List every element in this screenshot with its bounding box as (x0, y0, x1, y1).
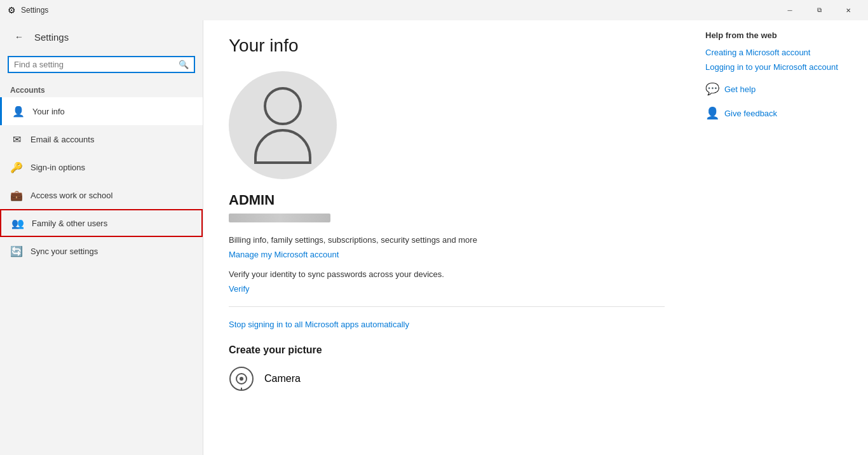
avatar-body (254, 129, 311, 164)
sidebar-item-email-accounts[interactable]: ✉Email & accounts (0, 125, 203, 153)
nav-icon-sign-in: 🔑 (10, 161, 23, 173)
content-side: Help from the web Creating a Microsoft a… (690, 20, 868, 455)
sidebar-item-work-school[interactable]: 💼Access work or school (0, 181, 203, 209)
manage-account-link[interactable]: Manage my Microsoft account (229, 250, 665, 259)
user-info: ADMIN (229, 192, 665, 222)
nav-label-family: Family & other users (32, 219, 107, 228)
email-blur (229, 214, 330, 222)
get-help-link[interactable]: Get help (724, 85, 756, 94)
camera-icon (229, 367, 254, 391)
sidebar-item-family[interactable]: 👥Family & other users (0, 209, 203, 237)
sidebar-title: Settings (34, 32, 69, 43)
nav-icon-family: 👥 (11, 217, 24, 229)
page-title: Your info (229, 36, 665, 56)
minimize-button[interactable]: ─ (775, 0, 804, 20)
sidebar-item-sign-in[interactable]: 🔑Sign-in options (0, 153, 203, 181)
logging-in-link[interactable]: Logging in to your Microsoft account (705, 62, 853, 72)
get-help-icon: 💬 (705, 82, 719, 96)
get-help-action: 💬 Get help (705, 82, 853, 96)
nav-icon-work-school: 💼 (10, 189, 23, 201)
avatar-section (229, 71, 665, 179)
search-icon: 🔍 (179, 60, 189, 69)
app-icon: ⚙ (8, 5, 16, 15)
creating-account-link[interactable]: Creating a Microsoft account (705, 48, 853, 57)
back-button[interactable]: ← (10, 28, 28, 46)
nav-label-work-school: Access work or school (31, 191, 112, 200)
content-main: Your info ADMIN Billing info, family set… (203, 20, 690, 455)
username: ADMIN (229, 192, 665, 208)
svg-point-2 (240, 377, 243, 381)
nav-label-email-accounts: Email & accounts (31, 135, 94, 144)
nav-icon-email-accounts: ✉ (10, 133, 23, 146)
camera-icon-wrap (229, 366, 254, 391)
accounts-section-label: Accounts (0, 81, 203, 97)
search-input[interactable] (14, 60, 179, 69)
title-bar: ⚙ Settings ─ ⧉ ✕ (0, 0, 868, 20)
nav-icon-sync: 🔄 (10, 245, 23, 257)
sidebar-item-sync[interactable]: 🔄Sync your settings (0, 237, 203, 265)
title-bar-left: ⚙ Settings (8, 5, 48, 15)
title-bar-title: Settings (21, 6, 48, 15)
stop-link[interactable]: Stop signing in to all Microsoft apps au… (229, 320, 665, 329)
verify-text: Verify your identity to sync passwords a… (229, 269, 665, 279)
sidebar: ← Settings 🔍 Accounts 👤Your info✉Email &… (0, 20, 203, 455)
content-area: Your info ADMIN Billing info, family set… (203, 20, 868, 455)
avatar-person (254, 87, 311, 164)
restore-button[interactable]: ⧉ (804, 0, 834, 20)
camera-label: Camera (264, 373, 301, 384)
avatar-head (264, 87, 302, 125)
title-bar-controls: ─ ⧉ ✕ (775, 0, 863, 20)
nav-label-sync: Sync your settings (31, 247, 98, 256)
give-feedback-icon: 👤 (705, 106, 719, 120)
nav-label-sign-in: Sign-in options (31, 163, 85, 172)
camera-item: Camera (229, 366, 665, 391)
give-feedback-action: 👤 Give feedback (705, 106, 853, 120)
billing-text: Billing info, family settings, subscript… (229, 235, 665, 245)
nav-label-your-info: Your info (32, 107, 65, 116)
help-title: Help from the web (705, 31, 853, 40)
create-picture-title: Create your picture (229, 344, 665, 356)
nav-icon-your-info: 👤 (12, 105, 25, 118)
verify-link[interactable]: Verify (229, 284, 665, 294)
search-box[interactable]: 🔍 (8, 56, 195, 73)
app-container: ← Settings 🔍 Accounts 👤Your info✉Email &… (0, 20, 868, 455)
give-feedback-link[interactable]: Give feedback (724, 109, 777, 118)
close-button[interactable]: ✕ (834, 0, 863, 20)
nav-items-container: 👤Your info✉Email & accounts🔑Sign-in opti… (0, 97, 203, 265)
divider (229, 306, 665, 307)
avatar-circle (229, 71, 337, 179)
sidebar-item-your-info[interactable]: 👤Your info (0, 97, 203, 125)
sidebar-header: ← Settings (0, 20, 203, 53)
